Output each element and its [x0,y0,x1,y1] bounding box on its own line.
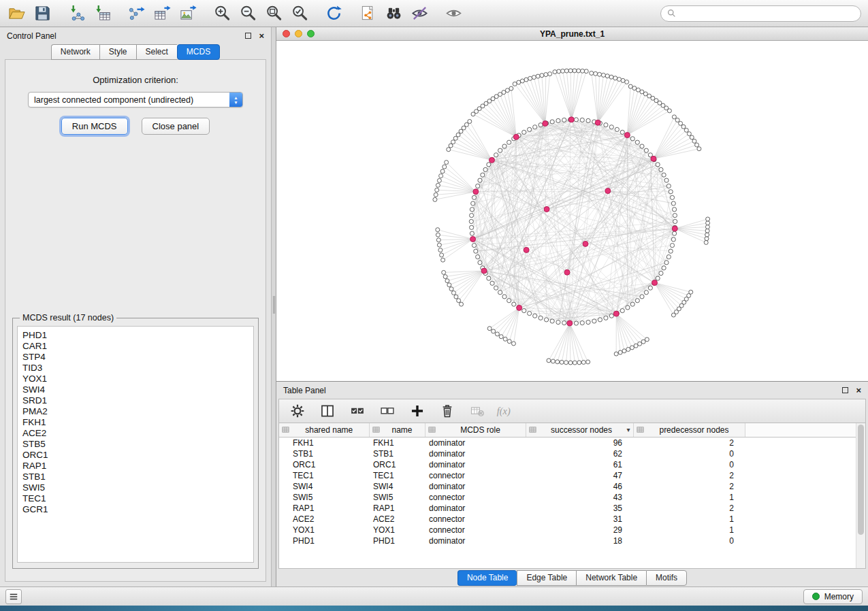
mcds-result-node[interactable]: STB1 [22,472,248,482]
column-header-name[interactable]: name [369,423,425,437]
cell-successor-nodes[interactable]: 96 [526,437,633,448]
unselect-all-button[interactable] [379,402,396,420]
zoom-selected-button[interactable] [290,4,309,23]
cell-shared-name[interactable]: RAP1 [279,503,369,514]
column-header-successor-nodes[interactable]: successor nodes▾ [526,423,633,437]
close-mcds-panel-button[interactable]: Close panel [142,118,210,135]
table-row[interactable]: SWI5SWI5connector431 [279,492,856,503]
chevron-down-icon[interactable]: ▾ [626,426,630,433]
memory-button[interactable]: Memory [803,589,863,604]
table-row[interactable]: YOX1YOX1connector291 [279,525,856,535]
mcds-result-node[interactable]: TID3 [22,363,248,374]
cell-predecessor-nodes[interactable]: 2 [633,503,745,514]
table-row[interactable]: PHD1PHD1dominator180 [279,535,856,546]
trash-button[interactable] [438,402,456,420]
zoom-out-button[interactable] [238,4,257,23]
mcds-result-node[interactable]: RAP1 [22,461,248,472]
table-row[interactable]: SWI4SWI4dominator462 [279,481,856,492]
cell-predecessor-nodes[interactable]: 1 [633,492,745,503]
close-table-panel-icon[interactable]: × [856,386,861,395]
cell-shared-name[interactable]: ORC1 [279,459,369,470]
cell-shared-name[interactable]: TEC1 [279,470,369,481]
import-table-button[interactable] [93,4,112,23]
mcds-result-node[interactable]: PMA2 [22,406,248,417]
mcds-result-node[interactable]: TEC1 [22,493,248,504]
table-row[interactable]: STB1STB1dominator620 [279,448,856,459]
cell-successor-nodes[interactable]: 35 [526,503,633,514]
cell-mcds-role[interactable]: dominator [425,535,526,546]
network-canvas[interactable] [276,41,868,381]
cell-mcds-role[interactable]: connector [425,525,526,535]
maximize-window-icon[interactable] [307,30,315,37]
close-window-icon[interactable] [283,30,290,37]
mcds-result-node[interactable]: GCR1 [22,504,248,515]
cell-shared-name[interactable]: PHD1 [279,535,369,546]
tab-motifs[interactable]: Motifs [646,570,687,586]
mcds-result-node[interactable]: SWI5 [22,482,248,493]
tab-mcds[interactable]: MCDS [177,44,220,60]
cell-predecessor-nodes[interactable]: 0 [633,448,745,459]
cell-successor-nodes[interactable]: 61 [526,459,633,470]
mcds-result-node[interactable]: ACE2 [22,428,248,439]
table-row[interactable]: TEC1TEC1connector472 [279,470,856,481]
cell-name[interactable]: SWI5 [369,492,425,503]
columns-button[interactable] [319,402,336,420]
mcds-result-node[interactable]: STB5 [22,439,248,450]
toggle-panels-button[interactable] [5,589,22,604]
mcds-result-node[interactable]: SWI4 [22,384,248,395]
close-panel-icon[interactable]: × [259,31,264,40]
tab-style[interactable]: Style [99,44,136,60]
column-header-mcds-role[interactable]: MCDS role [425,423,526,437]
style-eye-button[interactable] [410,4,429,23]
cell-predecessor-nodes[interactable]: 1 [633,525,745,535]
cell-predecessor-nodes[interactable]: 0 [633,535,745,546]
add-button[interactable] [408,402,426,420]
zoom-in-button[interactable] [212,4,231,23]
cell-successor-nodes[interactable]: 29 [526,525,633,535]
search-input[interactable] [680,9,854,18]
cell-mcds-role[interactable]: connector [425,514,526,525]
tab-network-table[interactable]: Network Table [576,570,646,586]
mcds-result-node[interactable]: SRD1 [22,395,248,406]
mcds-result-node[interactable]: CAR1 [22,341,248,352]
tab-network[interactable]: Network [51,44,99,60]
column-header-shared-name[interactable]: shared name [279,423,369,437]
open-folder-button[interactable] [7,4,26,23]
cell-successor-nodes[interactable]: 47 [526,470,633,481]
table-scrollbar[interactable] [856,423,865,568]
mcds-result-node[interactable]: FKH1 [22,417,248,428]
run-mcds-button[interactable]: Run MCDS [61,118,128,135]
cell-name[interactable]: FKH1 [369,437,425,448]
float-table-panel-icon[interactable] [842,387,848,393]
export-network-button[interactable] [127,4,146,23]
cell-mcds-role[interactable]: dominator [425,459,526,470]
cell-successor-nodes[interactable]: 43 [526,492,633,503]
cell-name[interactable]: ORC1 [369,459,425,470]
tab-edge-table[interactable]: Edge Table [517,570,576,586]
cell-predecessor-nodes[interactable]: 0 [633,459,745,470]
table-row[interactable]: FKH1FKH1dominator962 [279,437,856,448]
search-box[interactable] [660,5,861,22]
mcds-result-node[interactable]: ORC1 [22,450,248,461]
cell-successor-nodes[interactable]: 31 [526,514,633,525]
zoom-fit-button[interactable] [264,4,283,23]
cell-shared-name[interactable]: FKH1 [279,437,369,448]
cell-mcds-role[interactable]: connector [425,492,526,503]
cell-name[interactable]: TEC1 [369,470,425,481]
cell-name[interactable]: YOX1 [369,525,425,535]
cell-name[interactable]: RAP1 [369,503,425,514]
cell-predecessor-nodes[interactable]: 1 [633,514,745,525]
cell-shared-name[interactable]: SWI4 [279,481,369,492]
binoculars-button[interactable] [384,4,403,23]
tab-node-table[interactable]: Node Table [457,570,517,586]
cell-mcds-role[interactable]: dominator [425,503,526,514]
cell-name[interactable]: PHD1 [369,535,425,546]
cell-shared-name[interactable]: STB1 [279,448,369,459]
table-row[interactable]: ACE2ACE2connector311 [279,514,856,525]
column-header-predecessor-nodes[interactable]: predecessor nodes [633,423,745,437]
mcds-result-node[interactable]: STP4 [22,352,248,363]
table-row[interactable]: RAP1RAP1dominator352 [279,503,856,514]
cell-mcds-role[interactable]: dominator [425,448,526,459]
import-network-button[interactable] [67,4,86,23]
refresh-button[interactable] [324,4,343,23]
